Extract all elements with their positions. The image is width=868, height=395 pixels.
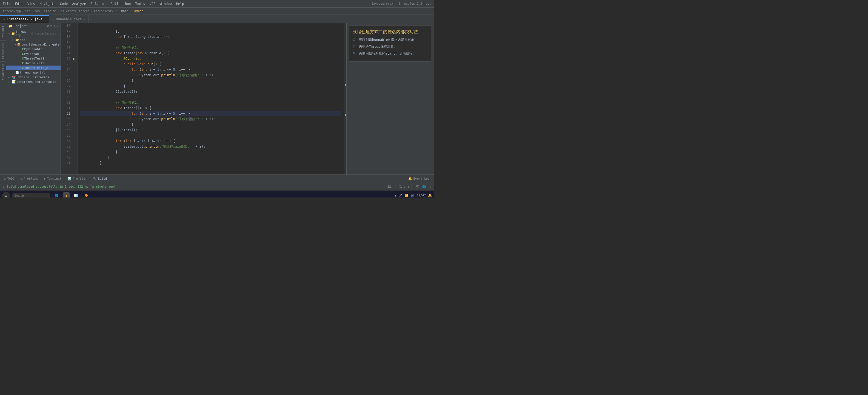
code-line-41 bbox=[80, 160, 341, 166]
tree-arrow-src: ▾ bbox=[11, 38, 15, 41]
popup-item-2: ② 再交给Thread线程对象。 bbox=[352, 45, 428, 49]
toolbar-tab-todo[interactable]: ☑ TODO bbox=[2, 176, 17, 181]
class-icon-threadtest2-2: C bbox=[22, 66, 24, 70]
toolbar-tab-terminal[interactable]: ▶ Terminal bbox=[41, 176, 64, 181]
project-tree: 📁 Project ⚙ ≡ ↕ ✕ ▾ 📁 thread-app D:/code… bbox=[6, 23, 61, 174]
profiler-icon: 📊 bbox=[67, 177, 71, 180]
breadcrumb-lambda[interactable]: Lambda bbox=[132, 9, 143, 13]
project-tree-collapse[interactable]: ≡ bbox=[50, 24, 52, 28]
sidebar-label-project[interactable]: Project bbox=[0, 23, 6, 40]
status-bar: ⚠ Build completed successfully in 1 sec,… bbox=[0, 183, 434, 190]
tree-label-mythread: MyThread bbox=[24, 52, 39, 56]
tree-item-package[interactable]: ▾ 📦 com.itheima.d1_create_thread bbox=[6, 42, 61, 47]
iml-icon: 📄 bbox=[16, 71, 19, 74]
tree-label-iml: thread-app.iml bbox=[20, 71, 45, 74]
menu-tools[interactable]: Tools bbox=[135, 2, 145, 6]
tab-close-threadtest2-2[interactable]: ✕ bbox=[44, 18, 46, 21]
line-numbers: 16 17 18 19 20 21 22 23 24 25 26 27 28 2… bbox=[61, 23, 72, 174]
code-area: 16 17 18 19 20 21 22 23 24 25 26 27 28 2… bbox=[61, 23, 346, 174]
tab-runnable[interactable]: C Runnable.java ✕ bbox=[49, 15, 89, 23]
tree-item-threadtest2-2[interactable]: C ThreadTest2_2 bbox=[6, 65, 61, 70]
tree-item-scratches[interactable]: ▸ 📝 Scratches and Consoles bbox=[6, 80, 61, 84]
tree-item-iml[interactable]: 📄 thread-app.iml bbox=[6, 70, 61, 75]
toolbar-tab-profiler-label: Profiler bbox=[72, 177, 87, 180]
tree-arrow-package: ▾ bbox=[15, 43, 17, 46]
tray-notification[interactable]: 🔔 bbox=[428, 194, 432, 197]
toolbar-tab-build[interactable]: 🔨 Build bbox=[90, 176, 110, 181]
menu-help[interactable]: Help bbox=[176, 2, 184, 6]
java-file-icon: ☕ bbox=[3, 18, 5, 21]
problems-icon: ⚠ bbox=[21, 177, 23, 180]
project-tree-settings[interactable]: ⚙ bbox=[47, 24, 49, 28]
menu-window[interactable]: Window bbox=[160, 2, 172, 6]
tree-item-external-libs[interactable]: ▸ 📚 External Libraries bbox=[6, 75, 61, 80]
tree-arrow-thread-app: ▾ bbox=[8, 32, 11, 35]
menu-bar[interactable]: File Edit View Navigate Code Analyze Ref… bbox=[3, 2, 184, 6]
breadcrumb-src[interactable]: src bbox=[25, 9, 30, 13]
title-bar-project: javasepromax - ThreadTest2_2.java bbox=[371, 2, 431, 5]
taskbar-search-input[interactable] bbox=[12, 193, 51, 198]
menu-navigate[interactable]: Navigate bbox=[40, 2, 56, 6]
taskbar-app-extra[interactable]: 🔶 bbox=[82, 193, 90, 198]
menu-code[interactable]: Code bbox=[60, 2, 68, 6]
sidebar-label-structure[interactable]: Structure bbox=[0, 40, 6, 61]
line-num-40: 40 bbox=[62, 155, 70, 160]
line-num-18: 18 bbox=[62, 34, 70, 39]
tree-label-thread-app: thread-app bbox=[16, 30, 30, 37]
menu-run[interactable]: Run bbox=[125, 2, 131, 6]
tree-item-thread-app[interactable]: ▾ 📁 thread-app D:/code/javase... bbox=[6, 29, 61, 37]
menu-file[interactable]: File bbox=[3, 2, 11, 6]
toolbar-tab-event-log[interactable]: 🔔 Event Log bbox=[405, 176, 432, 181]
line-num-28: 28 bbox=[62, 89, 70, 94]
event-log-icon: 🔔 bbox=[408, 177, 412, 180]
code-editor[interactable]: 16 17 18 19 20 21 22 23 24 25 26 27 28 2… bbox=[61, 23, 346, 174]
line-num-34: 34 bbox=[62, 122, 70, 127]
taskbar-app-powerpoint[interactable]: 📊 bbox=[72, 193, 80, 198]
taskbar-app-browser[interactable]: 🌐 bbox=[53, 193, 61, 198]
tree-item-myrunnable[interactable]: C MyRunnable bbox=[6, 47, 61, 52]
tree-item-threadtest2[interactable]: C ThreadTest2 bbox=[6, 61, 61, 65]
menu-build[interactable]: Build bbox=[111, 2, 121, 6]
line-num-26: 26 bbox=[62, 78, 70, 83]
popup-text-2: 再交给Thread线程对象。 bbox=[359, 45, 397, 49]
windows-start-button[interactable]: ⊞ bbox=[2, 192, 10, 198]
code-content[interactable]: }; new Thread(target).start(); // 简化形式1:… bbox=[78, 23, 344, 174]
taskbar-app-intellij[interactable]: ◆ bbox=[63, 192, 70, 198]
main-layout: Project Structure Favorites 📁 Project ⚙ … bbox=[0, 23, 434, 174]
tab-threadtest2-2[interactable]: ☕ ThreadTest2_2.java ✕ bbox=[0, 15, 49, 23]
project-tree-close[interactable]: ✕ bbox=[57, 24, 58, 28]
folder-icon-package: 📦 bbox=[17, 43, 21, 46]
menu-vcs[interactable]: VCS bbox=[150, 2, 156, 6]
tree-item-mythread[interactable]: C MyThread bbox=[6, 52, 61, 56]
code-line-39: } bbox=[80, 149, 341, 155]
breadcrumb-itheima[interactable]: itheima bbox=[44, 9, 57, 13]
popup-num-2: ② bbox=[352, 45, 357, 48]
code-line-16: }; bbox=[80, 23, 341, 29]
popup-card: 线程创建方式二的匿名内部类写法 ① 可以创建Runnable的匿名内部类对象。 … bbox=[349, 25, 432, 62]
tree-item-threadtest1[interactable]: C ThreadTest1 bbox=[6, 56, 61, 61]
toolbar-tab-problems[interactable]: ⚠ Problems bbox=[18, 176, 41, 181]
settings-icon[interactable]: ⚙ bbox=[429, 185, 431, 189]
breadcrumb-thread-app[interactable]: thread-app bbox=[3, 9, 21, 13]
menu-analyze[interactable]: Analyze bbox=[72, 2, 86, 6]
editor-scrollbar[interactable] bbox=[344, 23, 346, 174]
toolbar-tab-build-label: Build bbox=[98, 177, 107, 180]
toolbar-tab-profiler[interactable]: 📊 Profiler bbox=[65, 176, 90, 181]
project-tree-expand-all[interactable]: ↕ bbox=[54, 24, 55, 28]
breadcrumb-class[interactable]: ThreadTest2_2 bbox=[93, 9, 117, 13]
menu-edit[interactable]: Edit bbox=[15, 2, 23, 6]
bottom-toolbar: ☑ TODO ⚠ Problems ▶ Terminal 📊 Profiler … bbox=[0, 174, 434, 183]
sidebar-label-favorites[interactable]: Favorites bbox=[0, 61, 6, 83]
breadcrumb-com[interactable]: com bbox=[34, 9, 40, 13]
tree-item-src[interactable]: ▾ 📂 src bbox=[6, 37, 61, 42]
tab-close-runnable[interactable]: ✕ bbox=[83, 18, 85, 21]
status-warning-icon: ⚠ bbox=[3, 185, 5, 189]
line-num-30: 30 bbox=[62, 100, 70, 105]
tray-up-arrow[interactable]: ▲ bbox=[395, 194, 397, 197]
menu-refactor[interactable]: Refactor bbox=[90, 2, 106, 6]
menu-view[interactable]: View bbox=[27, 2, 35, 6]
ime-indicator[interactable]: 英 bbox=[416, 185, 419, 189]
breadcrumb-method[interactable]: main bbox=[121, 9, 128, 13]
breadcrumb-package[interactable]: d1_create_thread bbox=[61, 9, 90, 13]
folder-icon-src: 📂 bbox=[16, 38, 19, 42]
